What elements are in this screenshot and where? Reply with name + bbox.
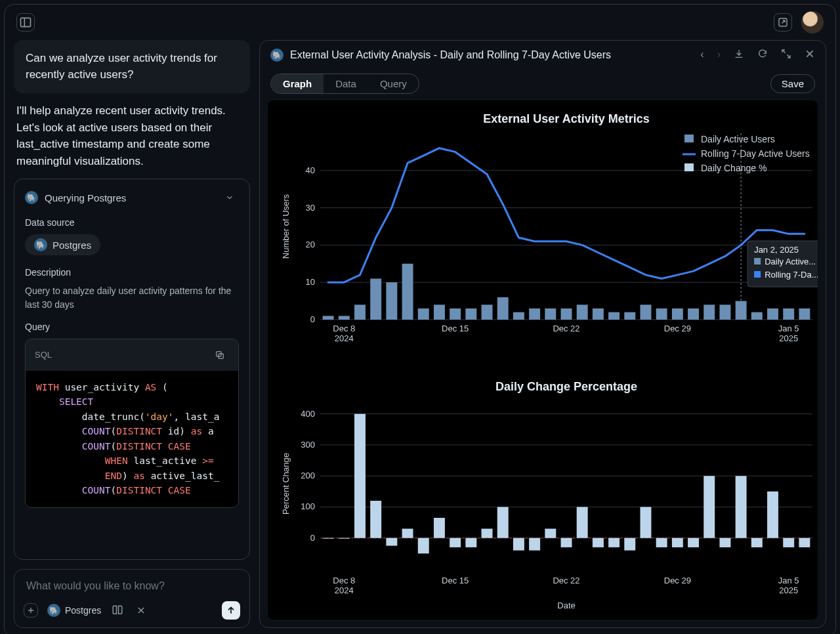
svg-text:Daily Change Percentage: Daily Change Percentage [495, 380, 637, 393]
svg-rect-98 [418, 538, 429, 554]
svg-rect-94 [354, 414, 366, 538]
svg-rect-96 [386, 538, 397, 546]
source-chip[interactable]: Postgres [65, 605, 101, 616]
nav-back-icon[interactable]: ‹ [700, 49, 704, 62]
svg-rect-43 [593, 308, 604, 320]
refresh-icon[interactable] [757, 49, 768, 62]
svg-text:Rolling 7-Day Active Users: Rolling 7-Day Active Users [701, 148, 810, 159]
svg-text:Dec 22: Dec 22 [553, 324, 579, 333]
tool-title: Querying Postgres [45, 192, 126, 203]
collapse-icon[interactable] [781, 49, 791, 62]
svg-rect-35 [465, 308, 476, 320]
svg-text:10: 10 [306, 277, 315, 287]
svg-rect-106 [545, 529, 556, 538]
svg-rect-46 [640, 305, 652, 320]
svg-text:0: 0 [310, 314, 315, 324]
avatar[interactable] [801, 11, 824, 33]
svg-rect-31 [402, 264, 413, 320]
svg-rect-26 [323, 316, 334, 320]
svg-rect-100 [450, 538, 461, 547]
svg-rect-117 [719, 538, 730, 547]
svg-rect-32 [418, 308, 429, 320]
svg-rect-73 [754, 258, 761, 264]
copy-icon[interactable] [211, 346, 229, 364]
postgres-icon: 🐘 [25, 191, 38, 204]
composer-input[interactable]: What would you like to know? [24, 578, 240, 601]
svg-text:Number of Users: Number of Users [281, 194, 291, 259]
send-button[interactable] [222, 601, 240, 620]
svg-text:Dec 8: Dec 8 [333, 576, 355, 585]
svg-rect-40 [545, 308, 556, 320]
svg-rect-103 [497, 507, 509, 538]
svg-rect-109 [593, 538, 604, 547]
chevron-down-icon[interactable] [220, 188, 239, 207]
svg-text:2024: 2024 [335, 333, 354, 343]
svg-rect-0 [21, 18, 31, 26]
svg-rect-110 [608, 538, 620, 547]
code-block: SQL WITH user_activity AS ( SELECT date_… [25, 339, 239, 508]
add-icon[interactable] [24, 603, 38, 618]
svg-rect-105 [529, 538, 540, 551]
svg-text:External User Activity Metrics: External User Activity Metrics [483, 112, 649, 125]
svg-rect-37 [497, 297, 509, 320]
svg-text:0: 0 [310, 533, 315, 543]
svg-rect-49 [688, 308, 699, 320]
svg-rect-92 [323, 538, 334, 539]
svg-rect-42 [577, 305, 588, 320]
svg-rect-28 [354, 305, 366, 320]
svg-text:2025: 2025 [779, 585, 798, 595]
svg-text:Date: Date [557, 601, 575, 610]
svg-text:Dec 22: Dec 22 [553, 576, 579, 585]
description-text: Query to analyze daily user activity pat… [25, 284, 239, 311]
save-button[interactable]: Save [770, 74, 815, 93]
svg-rect-48 [672, 308, 683, 320]
svg-rect-33 [434, 305, 445, 320]
nav-forward-icon[interactable]: › [717, 49, 721, 62]
svg-rect-53 [751, 312, 763, 320]
svg-rect-99 [434, 518, 445, 538]
tab-data[interactable]: Data [324, 74, 368, 93]
svg-text:Daily Change %: Daily Change % [701, 163, 766, 173]
svg-text:Percent Change: Percent Change [281, 453, 291, 515]
book-icon[interactable] [110, 603, 125, 618]
svg-text:Daily Active Users: Daily Active Users [701, 134, 775, 144]
svg-rect-97 [402, 529, 413, 538]
view-tabs: Graph Data Query [270, 74, 419, 94]
svg-text:200: 200 [301, 471, 315, 480]
svg-rect-118 [736, 476, 747, 538]
svg-rect-112 [640, 507, 652, 538]
svg-text:Jan 5: Jan 5 [778, 576, 799, 585]
tab-query[interactable]: Query [368, 74, 419, 93]
close-icon[interactable] [134, 603, 148, 618]
svg-rect-104 [513, 538, 524, 551]
svg-text:100: 100 [301, 501, 315, 511]
svg-text:Rolling 7-Da...: Rolling 7-Da... [765, 270, 818, 280]
tab-graph[interactable]: Graph [271, 74, 324, 93]
download-icon[interactable] [734, 49, 744, 62]
svg-rect-56 [799, 308, 810, 320]
code-lang: SQL [35, 350, 52, 360]
svg-text:Dec 29: Dec 29 [664, 324, 691, 333]
svg-rect-36 [482, 305, 493, 320]
svg-rect-41 [561, 308, 572, 320]
svg-rect-44 [608, 312, 620, 320]
postgres-icon: 🐘 [34, 238, 47, 251]
query-label: Query [25, 322, 239, 332]
chart-area: External User Activity Metrics010203040N… [268, 100, 818, 620]
datasource-chip[interactable]: 🐘 Postgres [25, 234, 100, 255]
svg-rect-101 [465, 538, 476, 547]
close-icon[interactable] [805, 49, 815, 62]
svg-rect-68 [684, 163, 694, 171]
share-icon[interactable] [774, 13, 792, 32]
svg-line-11 [787, 54, 790, 58]
svg-rect-50 [704, 305, 715, 320]
top-bar [5, 5, 835, 40]
sidebar-toggle-icon[interactable] [16, 13, 35, 32]
svg-text:30: 30 [306, 203, 315, 213]
sql-code: WITH user_activity AS ( SELECT date_trun… [26, 371, 238, 507]
svg-rect-39 [529, 308, 540, 320]
svg-rect-114 [672, 538, 683, 547]
composer[interactable]: What would you like to know? 🐘 Postgres [14, 569, 250, 628]
svg-text:40: 40 [306, 165, 315, 175]
svg-rect-29 [370, 279, 381, 320]
